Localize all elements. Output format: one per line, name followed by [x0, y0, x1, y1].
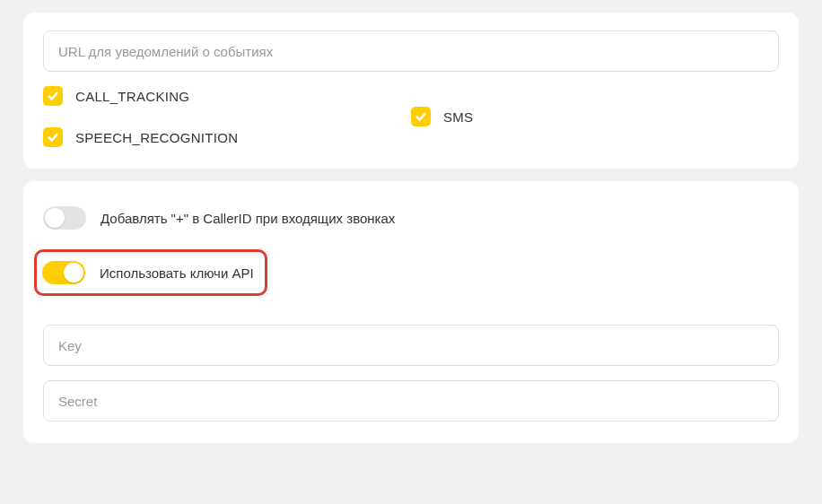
checkbox-sms[interactable]: [411, 107, 431, 126]
toggle-use-api-keys[interactable]: [42, 261, 85, 284]
checkbox-call-tracking[interactable]: [43, 86, 63, 106]
checkbox-label: SPEECH_RECOGNITION: [75, 130, 238, 145]
api-keys-inputs: [43, 325, 779, 421]
notifications-url-input[interactable]: [43, 30, 779, 72]
checkbox-label: CALL_TRACKING: [75, 89, 189, 104]
api-key-input[interactable]: [43, 325, 779, 366]
checkbox-label: SMS: [443, 109, 473, 125]
checkbox-row-sms: SMS: [411, 107, 473, 126]
toggle-row-add-plus-callerid: Добавлять "+" в CallerID при входящих зв…: [43, 199, 779, 237]
api-secret-input[interactable]: [43, 380, 779, 421]
api-settings-card: Добавлять "+" в CallerID при входящих зв…: [23, 181, 799, 443]
checkbox-row-call-tracking: CALL_TRACKING: [43, 86, 411, 106]
checkbox-column-right: SMS: [411, 107, 473, 126]
toggle-label: Использовать ключи API: [100, 265, 254, 281]
toggle-row-use-api-keys: Использовать ключи API: [34, 249, 267, 296]
checkbox-row-speech-recognition: SPEECH_RECOGNITION: [43, 127, 411, 147]
notifications-card: CALL_TRACKING SPEECH_RECOGNITION SMS: [23, 13, 799, 169]
check-icon: [47, 90, 59, 102]
check-icon: [415, 110, 427, 123]
checkbox-column-left: CALL_TRACKING SPEECH_RECOGNITION: [43, 86, 411, 147]
toggle-label: Добавлять "+" в CallerID при входящих зв…: [101, 211, 395, 226]
checkbox-speech-recognition[interactable]: [43, 127, 63, 147]
event-checkbox-group: CALL_TRACKING SPEECH_RECOGNITION SMS: [43, 86, 779, 147]
toggle-knob: [64, 263, 83, 282]
toggle-add-plus-callerid[interactable]: [43, 206, 86, 230]
check-icon: [47, 131, 59, 143]
toggle-knob: [45, 208, 65, 228]
